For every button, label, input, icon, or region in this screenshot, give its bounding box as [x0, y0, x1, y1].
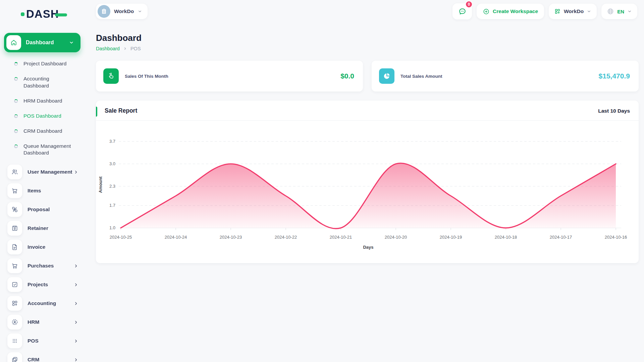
sidebar-subitem-queue-management-dashboard[interactable]: Queue Management Dashboard	[4, 139, 84, 161]
messages-count-badge: 0	[465, 1, 473, 8]
stats-row: Sales Of This Month $0.0 Total Sales Amo…	[96, 61, 639, 92]
cart-icon	[7, 183, 22, 198]
sidebar-item-label: Accounting	[28, 300, 56, 306]
hrm-icon	[7, 315, 22, 329]
sidebar-item-label: CRM	[28, 357, 39, 362]
donut-bullet-icon	[14, 114, 18, 118]
workdo-menu-button[interactable]: WorkDo	[549, 4, 597, 19]
svg-text:2024-10-16: 2024-10-16	[605, 235, 627, 240]
plus-circle-icon	[483, 8, 490, 15]
main-content: WorkDo 0 Create Workspace WorkDo	[87, 0, 644, 263]
language-selector[interactable]: EN	[601, 4, 637, 19]
sidebar-item-proposal[interactable]: Proposal	[4, 202, 84, 217]
svg-text:2024-10-20: 2024-10-20	[385, 235, 407, 240]
create-workspace-button[interactable]: Create Workspace	[477, 4, 544, 19]
sidebar: DASH Dashboard Project Dashboard Account…	[0, 0, 87, 362]
chevron-right-icon	[73, 320, 78, 325]
cart-icon	[7, 258, 22, 273]
sidebar-subitem-label: Accounting Dashboard	[23, 75, 75, 89]
pos-icon	[7, 334, 22, 348]
workdo-menu-label: WorkDo	[564, 8, 584, 14]
topbar: WorkDo 0 Create Workspace WorkDo	[96, 3, 639, 19]
hand-pointer-icon	[103, 68, 119, 84]
stat-label: Total Sales Amount	[400, 74, 442, 79]
sidebar-item-hrm[interactable]: HRM	[4, 315, 84, 329]
sidebar-item-invoice[interactable]: Invoice	[4, 240, 84, 254]
stat-label: Sales Of This Month	[125, 74, 168, 79]
users-icon	[7, 165, 22, 179]
stat-value: $15,470.9	[599, 72, 630, 80]
svg-text:2024-10-22: 2024-10-22	[275, 235, 297, 240]
svg-text:2.3: 2.3	[109, 184, 115, 189]
messages-button[interactable]: 0	[452, 3, 472, 19]
sidebar-subitem-hrm-dashboard[interactable]: HRM Dashboard	[4, 94, 84, 109]
stat-card-sales-of-this-month: Sales Of This Month $0.0	[96, 61, 363, 92]
sidebar-item-user-management[interactable]: User Management	[4, 165, 84, 179]
chevron-down-icon	[627, 9, 632, 14]
chevron-down-icon	[69, 40, 74, 45]
logo-dot-icon	[21, 12, 24, 16]
svg-text:3.7: 3.7	[109, 139, 115, 144]
chevron-down-icon	[138, 9, 142, 14]
donut-bullet-icon	[14, 77, 18, 81]
pie-chart-icon	[379, 68, 394, 84]
language-code: EN	[617, 9, 624, 14]
logo-text: DASH	[26, 8, 59, 20]
page-title: Dashboard	[96, 33, 639, 43]
sidebar-item-pos[interactable]: POS	[4, 334, 84, 348]
chevron-down-icon	[587, 9, 591, 14]
svg-text:2024-10-25: 2024-10-25	[110, 235, 132, 240]
breadcrumb-dashboard-link[interactable]: Dashboard	[96, 46, 120, 51]
chevron-right-icon	[73, 170, 78, 175]
sidebar-item-projects[interactable]: Projects	[4, 277, 84, 292]
sidebar-subitem-label: POS Dashboard	[23, 113, 61, 120]
crm-icon	[7, 352, 22, 362]
app-logo: DASH	[21, 7, 84, 21]
chevron-right-icon	[73, 263, 78, 268]
sidebar-item-label: Retainer	[28, 225, 48, 231]
sidebar-subitem-project-dashboard[interactable]: Project Dashboard	[4, 56, 84, 71]
chevron-right-icon	[73, 282, 78, 287]
sidebar-item-retainer[interactable]: Retainer	[4, 221, 84, 236]
chevron-right-icon	[73, 357, 78, 362]
workspace-switcher-button[interactable]: WorkDo	[96, 4, 148, 19]
donut-bullet-icon	[14, 129, 18, 133]
stat-card-total-sales-amount: Total Sales Amount $15,470.9	[372, 61, 639, 92]
topbar-actions: 0 Create Workspace WorkDo EN	[452, 3, 639, 19]
sidebar-subitem-accounting-dashboard[interactable]: Accounting Dashboard	[4, 71, 84, 94]
breadcrumb-current: POS	[130, 46, 141, 51]
sidebar-item-label: HRM	[28, 319, 39, 325]
svg-text:Amount: Amount	[98, 176, 103, 193]
sidebar-subitem-label: CRM Dashboard	[23, 128, 62, 135]
sidebar-item-label: Purchases	[28, 263, 54, 269]
sidebar-subitem-label: Project Dashboard	[23, 60, 66, 67]
svg-text:3.0: 3.0	[109, 161, 115, 166]
donut-bullet-icon	[14, 62, 18, 66]
create-workspace-label: Create Workspace	[493, 8, 538, 14]
stat-value: $0.0	[340, 72, 354, 80]
sidebar-subitem-pos-dashboard[interactable]: POS Dashboard	[4, 109, 84, 124]
sidebar-item-dashboard[interactable]: Dashboard	[4, 33, 80, 52]
sidebar-item-crm[interactable]: CRM	[4, 352, 84, 362]
chat-icon	[458, 7, 467, 16]
svg-text:2024-10-19: 2024-10-19	[440, 235, 462, 240]
sidebar-item-label: POS	[28, 338, 39, 344]
workspace-name: WorkDo	[114, 8, 134, 14]
sale-report-header: Sale Report Last 10 Days	[96, 101, 639, 121]
invoice-icon	[7, 240, 22, 254]
sidebar-item-label: Items	[28, 188, 41, 194]
sidebar-subitem-crm-dashboard[interactable]: CRM Dashboard	[4, 124, 84, 139]
globe-icon	[607, 8, 614, 15]
sidebar-item-items[interactable]: Items	[4, 183, 84, 198]
sidebar-item-accounting[interactable]: Accounting	[4, 296, 84, 311]
sidebar-item-label: Projects	[28, 282, 48, 288]
svg-text:2024-10-24: 2024-10-24	[165, 235, 187, 240]
sidebar-item-purchases[interactable]: Purchases	[4, 258, 84, 273]
retainer-icon	[7, 221, 22, 236]
chevron-right-icon	[123, 47, 127, 51]
svg-text:1.7: 1.7	[109, 203, 115, 208]
sale-report-card: Sale Report Last 10 Days 3.73.02.31.71.0…	[96, 101, 639, 263]
donut-bullet-icon	[14, 144, 18, 148]
chevron-right-icon	[73, 339, 78, 344]
sidebar-menu: User Management Items Proposal Retainer …	[4, 165, 84, 362]
